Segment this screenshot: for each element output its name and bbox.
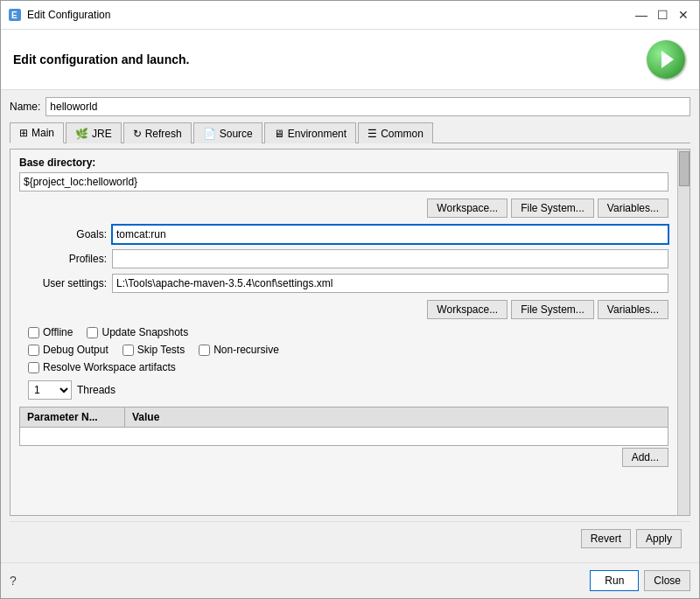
base-directory-label: Base directory: xyxy=(19,157,681,169)
checkboxes-section: Offline Update Snapshots Debug Output xyxy=(19,326,681,373)
non-recursive-checkbox[interactable] xyxy=(199,345,210,356)
play-button[interactable] xyxy=(645,38,687,80)
update-snapshots-label: Update Snapshots xyxy=(102,326,188,338)
resolve-workspace-checkbox[interactable] xyxy=(28,362,39,373)
footer: ? Run Close xyxy=(1,562,699,598)
profiles-label: Profiles: xyxy=(19,253,107,265)
close-button-footer[interactable]: Close xyxy=(644,570,690,591)
refresh-tab-icon: ↻ xyxy=(133,128,142,140)
source-tab-label: Source xyxy=(220,128,253,140)
profiles-input[interactable] xyxy=(112,249,668,268)
param-table-header: Parameter N... Value xyxy=(20,407,668,428)
file-system-button-2[interactable]: File System... xyxy=(511,300,594,319)
footer-right: Run Close xyxy=(590,570,690,591)
non-recursive-checkbox-label[interactable]: Non-recursive xyxy=(199,344,279,356)
jre-tab-label: JRE xyxy=(92,128,112,140)
window-title: Edit Configuration xyxy=(27,9,110,21)
resolve-workspace-checkbox-label[interactable]: Resolve Workspace artifacts xyxy=(28,361,176,373)
file-system-button-1[interactable]: File System... xyxy=(511,199,594,218)
profiles-row: Profiles: xyxy=(19,249,668,268)
offline-label: Offline xyxy=(43,326,73,338)
maximize-button[interactable]: ☐ xyxy=(654,6,671,24)
common-tab-label: Common xyxy=(381,128,424,140)
jre-tab-icon: 🌿 xyxy=(75,128,88,140)
source-tab-icon: 📄 xyxy=(203,128,216,140)
param-table-body[interactable] xyxy=(20,428,668,445)
refresh-tab-label: Refresh xyxy=(145,128,182,140)
title-controls: — ☐ ✕ xyxy=(633,6,692,24)
play-circle-icon xyxy=(647,40,685,79)
main-tab-label: Main xyxy=(32,127,54,139)
tab-jre[interactable]: 🌿 JRE xyxy=(66,122,122,143)
skip-tests-checkbox-label[interactable]: Skip Tests xyxy=(122,344,185,356)
tab-common[interactable]: ☰ Common xyxy=(358,122,433,143)
button-row-2: Workspace... File System... Variables... xyxy=(19,300,681,319)
base-directory-input[interactable] xyxy=(19,172,668,192)
variables-button-2[interactable]: Variables... xyxy=(598,300,668,319)
user-settings-label: User settings: xyxy=(19,277,107,289)
button-row-1: Workspace... File System... Variables... xyxy=(19,199,681,218)
environment-tab-label: Environment xyxy=(288,128,346,140)
tab-environment[interactable]: 🖥 Environment xyxy=(264,122,356,143)
goals-input[interactable] xyxy=(112,225,668,244)
svg-text:E: E xyxy=(11,10,18,20)
workspace-button-1[interactable]: Workspace... xyxy=(427,199,508,218)
param-table: Parameter N... Value xyxy=(19,407,668,446)
name-row: Name: xyxy=(10,97,690,116)
base-directory-section: Base directory: xyxy=(19,157,681,192)
param-col-name: Parameter N... xyxy=(20,407,125,427)
scrollbar[interactable] xyxy=(677,150,690,515)
apply-button[interactable]: Apply xyxy=(636,529,682,548)
main-tab-icon: ⊞ xyxy=(19,127,28,139)
bottom-buttons: Revert Apply xyxy=(10,521,690,555)
param-actions: Add... xyxy=(19,448,668,467)
common-tab-icon: ☰ xyxy=(368,128,377,140)
skip-tests-label: Skip Tests xyxy=(137,344,185,356)
checkbox-row-1: Offline Update Snapshots xyxy=(28,326,681,338)
tabs-bar: ⊞ Main 🌿 JRE ↻ Refresh 📄 Source 🖥 Enviro… xyxy=(10,122,690,143)
title-bar-left: E Edit Configuration xyxy=(8,8,110,22)
param-table-container: Parameter N... Value Add... xyxy=(19,407,681,467)
threads-row: 1 2 3 4 Threads xyxy=(19,380,681,400)
close-button[interactable]: ✕ xyxy=(675,6,692,24)
run-button[interactable]: Run xyxy=(590,570,639,591)
non-recursive-label: Non-recursive xyxy=(214,344,279,356)
checkbox-row-3: Resolve Workspace artifacts xyxy=(28,361,681,373)
name-label: Name: xyxy=(10,101,40,113)
user-settings-input[interactable] xyxy=(112,274,668,293)
window: E Edit Configuration — ☐ ✕ Edit configur… xyxy=(0,0,700,599)
header-title: Edit configuration and launch. xyxy=(13,52,189,66)
update-snapshots-checkbox-label[interactable]: Update Snapshots xyxy=(87,326,188,338)
offline-checkbox[interactable] xyxy=(28,327,39,338)
skip-tests-checkbox[interactable] xyxy=(122,345,134,356)
resolve-workspace-label: Resolve Workspace artifacts xyxy=(43,361,176,373)
tab-source[interactable]: 📄 Source xyxy=(193,122,262,143)
threads-select[interactable]: 1 2 3 4 xyxy=(28,380,72,400)
add-button[interactable]: Add... xyxy=(622,448,668,467)
tab-main[interactable]: ⊞ Main xyxy=(10,122,64,143)
variables-button-1[interactable]: Variables... xyxy=(598,199,668,218)
offline-checkbox-label[interactable]: Offline xyxy=(28,326,73,338)
window-icon: E xyxy=(8,8,22,22)
form-grid: Goals: Profiles: User settings: xyxy=(19,225,681,293)
header-area: Edit configuration and launch. xyxy=(1,30,699,90)
play-triangle-icon xyxy=(662,51,674,68)
goals-row: Goals: xyxy=(19,225,668,244)
environment-tab-icon: 🖥 xyxy=(274,128,284,140)
update-snapshots-checkbox[interactable] xyxy=(87,327,98,338)
workspace-button-2[interactable]: Workspace... xyxy=(427,300,508,319)
scrollbar-thumb xyxy=(679,151,690,186)
title-bar: E Edit Configuration — ☐ ✕ xyxy=(1,1,699,30)
panel-inner: Base directory: Workspace... File System… xyxy=(10,150,690,515)
help-icon[interactable]: ? xyxy=(10,574,17,588)
goals-label: Goals: xyxy=(19,228,107,240)
param-col-value: Value xyxy=(125,407,668,427)
tab-refresh[interactable]: ↻ Refresh xyxy=(123,122,192,143)
revert-button[interactable]: Revert xyxy=(581,529,631,548)
debug-output-label: Debug Output xyxy=(43,344,108,356)
minimize-button[interactable]: — xyxy=(633,6,650,24)
debug-output-checkbox[interactable] xyxy=(28,345,39,356)
debug-output-checkbox-label[interactable]: Debug Output xyxy=(28,344,108,356)
main-panel: Base directory: Workspace... File System… xyxy=(10,149,690,516)
name-input[interactable] xyxy=(46,97,690,116)
